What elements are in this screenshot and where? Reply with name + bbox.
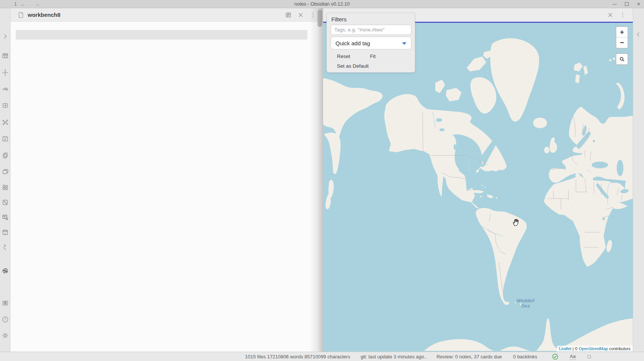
zoom-in-button[interactable]: + bbox=[616, 27, 628, 37]
osm-link[interactable]: OpenStreetMap bbox=[579, 346, 608, 351]
weddell-sea-label: Weddell Sea bbox=[512, 298, 539, 309]
reading-view-icon[interactable] bbox=[285, 12, 292, 18]
filters-panel: Filters Quick add tag Reset Fit Set as D… bbox=[326, 13, 415, 73]
close-pane-icon[interactable] bbox=[297, 12, 304, 18]
window-mode-icon[interactable] bbox=[588, 355, 591, 358]
file-icon bbox=[18, 12, 24, 18]
close-window-button[interactable]: ✕ bbox=[636, 2, 641, 7]
set-as-default-button[interactable]: Set as Default bbox=[337, 63, 411, 69]
map-zoom-control: + − bbox=[616, 26, 628, 49]
calendar-check-icon[interactable] bbox=[2, 135, 9, 142]
lasso-icon[interactable] bbox=[2, 244, 9, 251]
map-attribution: Leaflet | © OpenStreetMap contributors bbox=[557, 346, 633, 352]
filters-title: Filters bbox=[331, 16, 411, 22]
quick-add-tag-select[interactable]: Quick add tag bbox=[331, 37, 411, 49]
database-table-icon[interactable] bbox=[2, 214, 9, 221]
empty-note-block[interactable] bbox=[16, 30, 307, 40]
collapse-right-sidebar-icon[interactable] bbox=[635, 31, 641, 37]
random-note-icon[interactable] bbox=[2, 199, 9, 206]
scrollbar-thumb[interactable] bbox=[318, 10, 322, 27]
spellcheck-toggle[interactable]: Aa bbox=[570, 354, 576, 360]
settings-gear-icon[interactable] bbox=[2, 332, 9, 339]
pan-arrows-icon[interactable] bbox=[2, 69, 9, 76]
blocks-icon[interactable] bbox=[2, 184, 9, 191]
map-search-button[interactable] bbox=[616, 53, 628, 65]
pane-workbench: workbench8 bbox=[10, 8, 323, 352]
slides-icon[interactable] bbox=[2, 102, 9, 109]
table-icon[interactable] bbox=[2, 52, 9, 59]
reset-button[interactable]: Reset bbox=[337, 53, 350, 59]
zoom-out-button[interactable]: − bbox=[616, 37, 628, 48]
expand-sidebar-icon[interactable] bbox=[2, 33, 9, 40]
map-pane-menu-icon[interactable] bbox=[619, 12, 626, 18]
review-status[interactable]: Review: 0 notes, 37 cards due bbox=[436, 354, 502, 360]
search-icon bbox=[619, 56, 625, 62]
fit-button[interactable]: Fit bbox=[370, 53, 375, 59]
right-ribbon bbox=[633, 8, 644, 352]
minimize-button[interactable] bbox=[612, 2, 617, 7]
status-bar: 1015 files 17210806 words 85710099 chara… bbox=[0, 352, 644, 361]
daily-note-day: 1 bbox=[4, 232, 6, 235]
maximize-button[interactable] bbox=[624, 2, 629, 7]
tags-filter-input[interactable] bbox=[331, 25, 411, 35]
pane-map: Filters Quick add tag Reset Fit Set as D… bbox=[323, 8, 633, 352]
file-stats: 1015 files 17210806 words 85710099 chara… bbox=[245, 354, 350, 360]
help-icon[interactable]: ? bbox=[2, 316, 9, 323]
git-status[interactable]: git: last update 3 minutes ago.. bbox=[361, 354, 427, 360]
graph-view-icon[interactable] bbox=[2, 119, 9, 126]
map-view-icon[interactable] bbox=[2, 267, 9, 274]
daily-note-icon[interactable]: 1 bbox=[2, 229, 9, 236]
sync-ok-icon[interactable] bbox=[552, 354, 558, 360]
sliding-panes-icon[interactable] bbox=[2, 168, 9, 175]
close-map-pane-icon[interactable] bbox=[607, 12, 614, 18]
screenshot-icon[interactable] bbox=[2, 300, 9, 306]
leaflet-link[interactable]: Leaflet bbox=[559, 346, 571, 351]
left-ribbon: <% 1 ? bbox=[0, 8, 10, 352]
pane-menu-icon[interactable] bbox=[310, 12, 316, 18]
templater-icon[interactable]: <% bbox=[2, 86, 9, 92]
quick-add-tag-label: Quick add tag bbox=[335, 40, 370, 46]
pane-shadow bbox=[310, 8, 323, 352]
pane-title: workbench8 bbox=[28, 12, 61, 18]
workbench-header[interactable]: workbench8 bbox=[10, 8, 323, 22]
titlebar: 1 ← → notes - Obsidian v0.12.10 ✕ bbox=[0, 0, 644, 8]
dropdown-caret-icon bbox=[402, 42, 407, 45]
obsidian-window: 1 ← → notes - Obsidian v0.12.10 ✕ <% 1 ? bbox=[0, 0, 644, 361]
copy-note-icon[interactable] bbox=[2, 152, 9, 159]
backlinks-count[interactable]: 0 backlinks bbox=[513, 354, 537, 360]
help-glyph: ? bbox=[4, 318, 6, 321]
window-title: notes - Obsidian v0.12.10 bbox=[0, 0, 644, 8]
